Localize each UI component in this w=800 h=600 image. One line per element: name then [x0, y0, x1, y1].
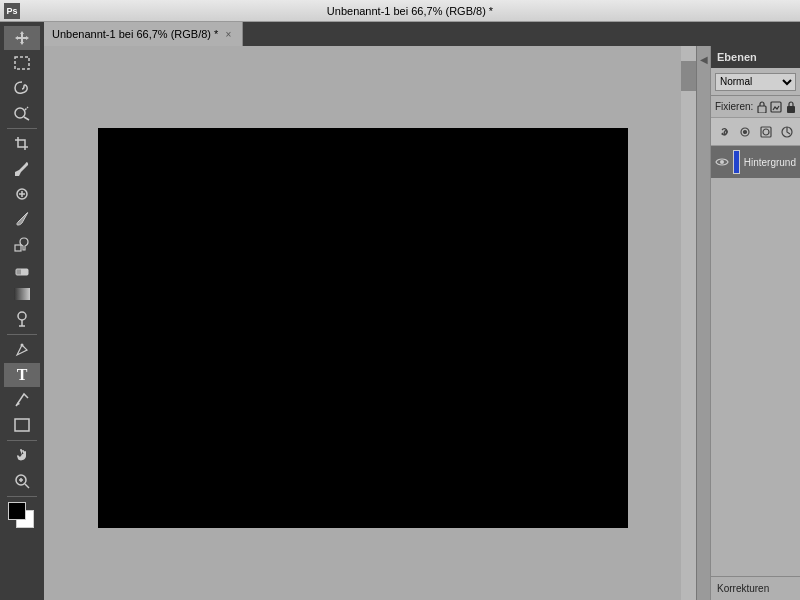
zoom-tool[interactable] — [4, 469, 40, 493]
right-panel: Ebenen Normal Fixieren: — [710, 46, 800, 600]
layer-name: Hintergrund — [744, 157, 796, 168]
dodge-tool[interactable] — [4, 307, 40, 331]
korrekturen-label: Korrekturen — [717, 583, 769, 594]
clone-stamp-tool[interactable] — [4, 232, 40, 256]
type-tool[interactable]: T — [4, 363, 40, 387]
adjustment-btn[interactable] — [779, 122, 794, 142]
svg-rect-6 — [15, 245, 21, 251]
svg-rect-22 — [787, 106, 795, 113]
mask-btn[interactable] — [759, 122, 774, 142]
layers-lock-row: Fixieren: — [711, 96, 800, 118]
svg-rect-20 — [758, 106, 766, 113]
toolbar-divider-3 — [7, 440, 37, 441]
layers-panel-title: Ebenen — [717, 51, 757, 63]
canvas-container — [44, 46, 681, 600]
quick-selection-tool[interactable] — [4, 101, 40, 125]
toolbar-divider-1 — [7, 128, 37, 129]
layers-panel-header: Ebenen — [711, 46, 800, 68]
type-tool-icon: T — [17, 366, 28, 384]
title-bar-title: Unbenannt-1 bei 66,7% (RGB/8) * — [24, 5, 796, 17]
lock-all-btn[interactable] — [785, 97, 796, 117]
svg-line-17 — [25, 484, 29, 488]
rectangle-shape-tool[interactable] — [4, 413, 40, 437]
document-tab-title: Unbenannt-1 bei 66,7% (RGB/8) * — [52, 28, 218, 40]
svg-rect-0 — [15, 57, 29, 69]
canvas-area[interactable] — [44, 46, 696, 600]
app-icon: Ps — [4, 3, 20, 19]
svg-point-26 — [763, 129, 769, 135]
right-side: ◀ Ebenen Normal F — [696, 46, 800, 600]
foreground-color-swatch[interactable] — [8, 502, 26, 520]
color-swatches[interactable] — [4, 502, 40, 534]
fixieren-label: Fixieren: — [715, 101, 753, 112]
svg-rect-15 — [15, 419, 29, 431]
document-tab[interactable]: Unbenannt-1 bei 66,7% (RGB/8) * × — [44, 22, 243, 46]
path-selection-tool[interactable] — [4, 388, 40, 412]
svg-line-2 — [24, 117, 29, 120]
layer-visibility-eye[interactable] — [715, 154, 729, 170]
canvas-scrollbar-vertical[interactable] — [681, 46, 696, 600]
collapse-arrow-icon: ◀ — [700, 54, 708, 65]
left-toolbar: T — [0, 22, 44, 600]
canvas-panels-row: ◀ Ebenen Normal F — [44, 46, 800, 600]
lock-image-btn[interactable] — [770, 97, 782, 117]
scroll-thumb-vertical[interactable] — [681, 61, 696, 91]
svg-point-28 — [720, 160, 724, 164]
svg-rect-21 — [771, 102, 781, 112]
korrekturen-section[interactable]: Korrekturen — [711, 576, 800, 600]
layers-controls: Normal — [711, 68, 800, 96]
eraser-tool[interactable] — [4, 257, 40, 281]
layer-thumbnail — [733, 150, 740, 174]
eyedropper-tool[interactable] — [4, 157, 40, 181]
toolbar-divider-2 — [7, 334, 37, 335]
svg-point-1 — [15, 108, 25, 118]
svg-point-24 — [744, 130, 747, 133]
spot-healing-tool[interactable] — [4, 182, 40, 206]
blend-mode-select[interactable]: Normal — [715, 73, 796, 91]
brush-tool[interactable] — [4, 207, 40, 231]
svg-point-10 — [18, 312, 26, 320]
title-bar: Ps Unbenannt-1 bei 66,7% (RGB/8) * — [0, 0, 800, 22]
hand-tool[interactable] — [4, 444, 40, 468]
crop-tool[interactable] — [4, 132, 40, 156]
black-canvas — [98, 128, 628, 528]
lasso-tool[interactable] — [4, 76, 40, 100]
document-tab-close[interactable]: × — [222, 28, 234, 40]
layer-entry[interactable]: Hintergrund — [711, 146, 800, 178]
pen-tool[interactable] — [4, 338, 40, 362]
main-layout: T Unbenannt-1 bei 66,7% (RGB/8) * × — [0, 22, 800, 600]
svg-point-13 — [21, 344, 24, 347]
layer-style-btn[interactable] — [738, 122, 753, 142]
panel-collapse-handle[interactable]: ◀ — [696, 46, 710, 600]
layers-icon-row — [711, 118, 800, 146]
svg-rect-9 — [14, 288, 30, 300]
toolbar-divider-4 — [7, 496, 37, 497]
gradient-tool[interactable] — [4, 282, 40, 306]
workspace: Unbenannt-1 bei 66,7% (RGB/8) * × — [44, 22, 800, 600]
doc-tab-bar: Unbenannt-1 bei 66,7% (RGB/8) * × — [44, 22, 800, 46]
rectangular-marquee-tool[interactable] — [4, 51, 40, 75]
layers-spacer — [711, 178, 800, 576]
lock-transparent-btn[interactable] — [756, 97, 767, 117]
svg-rect-8 — [21, 269, 28, 275]
link-layers-btn[interactable] — [717, 122, 732, 142]
move-tool[interactable] — [4, 26, 40, 50]
